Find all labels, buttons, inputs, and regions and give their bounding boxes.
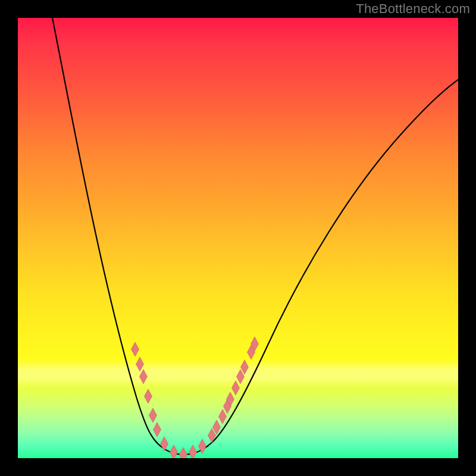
data-marker (136, 357, 144, 371)
data-marker (154, 422, 161, 437)
data-marker (170, 445, 178, 458)
plot-area (18, 18, 458, 458)
data-marker (219, 409, 227, 424)
data-marker (189, 445, 197, 458)
data-marker (232, 381, 240, 395)
marker-group (131, 337, 259, 458)
chart-root: TheBottleneck.com (0, 0, 476, 476)
data-marker (140, 369, 148, 384)
data-marker (131, 342, 139, 356)
data-marker (199, 439, 206, 453)
data-marker (180, 447, 187, 458)
data-marker (161, 437, 168, 451)
data-marker (149, 408, 157, 422)
data-marker (145, 389, 152, 403)
watermark-text: TheBottleneck.com (356, 1, 470, 17)
marker-layer (18, 18, 458, 458)
